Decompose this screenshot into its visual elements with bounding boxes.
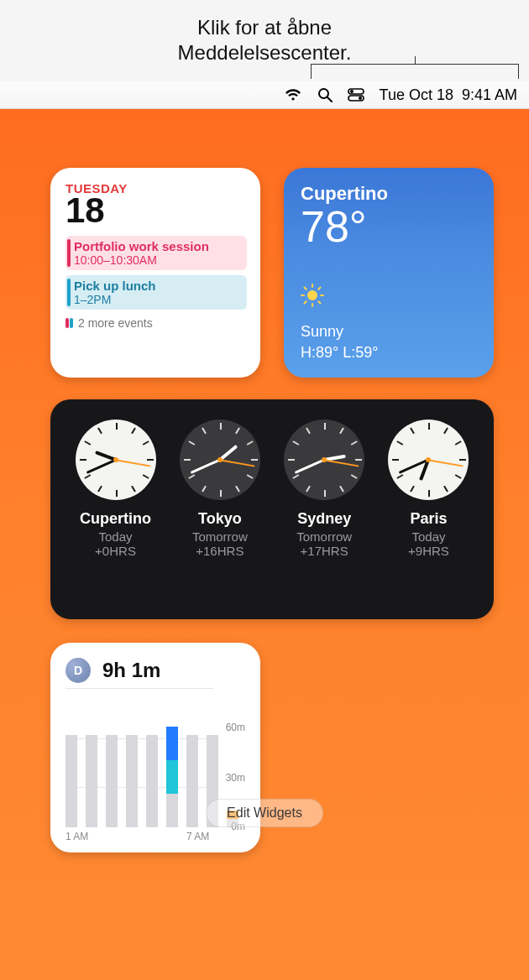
menubar: Tue Oct 18 9:41 AM <box>0 81 529 109</box>
menubar-time: 9:41 AM <box>462 86 517 104</box>
search-icon[interactable] <box>317 87 333 102</box>
clock-city: Cupertino <box>80 510 151 528</box>
clock-face <box>388 420 469 500</box>
svg-line-12 <box>318 301 320 303</box>
clock-day: Today <box>411 529 445 544</box>
clock-paris[interactable]: ParisToday+9HRS <box>380 420 477 607</box>
weather-temp: 78° <box>301 201 477 252</box>
wifi-icon[interactable] <box>284 88 302 102</box>
calendar-more-dots <box>65 318 73 328</box>
yaxis-label: 60m <box>226 722 245 733</box>
svg-line-11 <box>305 288 306 289</box>
calendar-event-time: 1–2PM <box>74 293 240 306</box>
clock-face <box>284 420 364 500</box>
xaxis-label: 1 AM <box>65 831 91 842</box>
annotation-bracket <box>311 64 519 79</box>
calendar-more-events[interactable]: 2 more events <box>65 316 247 330</box>
screentime-bar <box>126 735 138 827</box>
annotation-text: Klik for at åbne Meddelelsescenter. <box>0 15 529 65</box>
calendar-widget[interactable]: TUESDAY 18 Portfolio work session 10:00–… <box>50 168 260 378</box>
screentime-bar <box>186 735 198 827</box>
weather-widget[interactable]: Cupertino 78° Sunny H:89° L:59° <box>284 168 494 378</box>
calendar-event[interactable]: Pick up lunch 1–2PM <box>65 275 247 310</box>
clock-cupertino[interactable]: CupertinoToday+0HRS <box>67 420 164 607</box>
calendar-date: 18 <box>65 190 247 231</box>
screentime-bar <box>65 735 77 827</box>
svg-line-14 <box>318 288 320 289</box>
menubar-datetime[interactable]: Tue Oct 18 9:41 AM <box>380 86 517 104</box>
notification-center: TUESDAY 18 Portfolio work session 10:00–… <box>0 109 529 852</box>
svg-point-6 <box>307 290 317 300</box>
calendar-more-label: 2 more events <box>78 316 153 330</box>
annotation-line-2: Meddelelsescenter. <box>0 40 529 65</box>
clock-city: Tokyo <box>198 510 242 528</box>
calendar-event[interactable]: Portfolio work session 10:00–10:30AM <box>65 236 247 270</box>
sun-icon <box>301 284 324 310</box>
screentime-bar <box>106 735 118 827</box>
menubar-date: Tue Oct 18 <box>380 86 453 104</box>
calendar-event-title: Pick up lunch <box>74 279 240 293</box>
clock-tokyo[interactable]: TokyoTomorrow+16HRS <box>171 420 268 607</box>
control-center-icon[interactable] <box>348 88 364 102</box>
world-clock-widget[interactable]: CupertinoToday+0HRSTokyoTomorrow+16HRSSy… <box>50 399 494 619</box>
edit-widgets-button[interactable]: Edit Widgets <box>206 799 323 827</box>
clock-offset: +9HRS <box>408 544 449 558</box>
clock-sydney[interactable]: SydneyTomorrow+17HRS <box>276 420 373 607</box>
calendar-event-time: 10:00–10:30AM <box>74 253 240 267</box>
clock-day: Tomorrow <box>192 529 248 544</box>
desktop: Tue Oct 18 9:41 AM TUESDAY 18 Portfolio … <box>0 81 529 980</box>
clock-city: Paris <box>410 510 447 528</box>
clock-offset: +17HRS <box>301 544 348 558</box>
clock-day: Today <box>98 529 132 544</box>
weather-condition: Sunny <box>301 321 477 341</box>
annotation-line-1: Klik for at åbne <box>0 15 529 40</box>
svg-point-5 <box>359 96 362 100</box>
screentime-bar <box>146 735 158 827</box>
clock-face <box>180 420 260 500</box>
svg-line-13 <box>305 301 306 303</box>
calendar-event-title: Portfolio work session <box>74 239 240 253</box>
screentime-total: 9h 1m <box>102 659 160 682</box>
clock-face <box>76 420 156 500</box>
svg-point-3 <box>350 90 354 93</box>
clock-day: Tomorrow <box>296 529 352 544</box>
xaxis-label: 7 AM <box>186 831 209 842</box>
clock-offset: +0HRS <box>95 544 136 558</box>
clock-city: Sydney <box>297 510 351 528</box>
clock-offset: +16HRS <box>196 544 244 558</box>
weather-hilo: H:89° L:59° <box>301 342 477 362</box>
screentime-bar <box>86 735 97 827</box>
yaxis-label: 30m <box>226 772 245 784</box>
avatar: D <box>65 658 91 683</box>
svg-line-1 <box>327 97 332 102</box>
screentime-bar <box>166 727 178 827</box>
